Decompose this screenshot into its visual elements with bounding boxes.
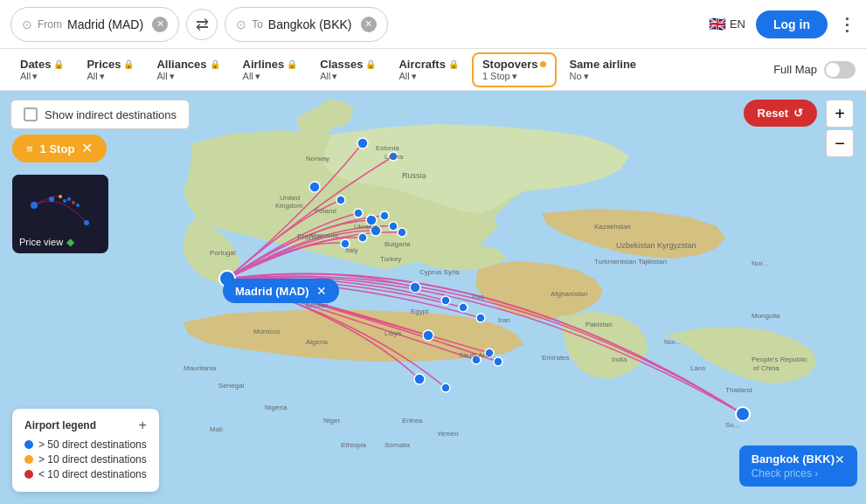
svg-text:Algeria: Algeria [306, 338, 328, 346]
from-clear-button[interactable]: ✕ [152, 17, 168, 32]
filter-alliances[interactable]: Alliances 🔒 All ▾ [147, 53, 229, 86]
legend-add-button[interactable]: + [138, 418, 146, 433]
filter-icon: ≡ [26, 142, 33, 155]
svg-text:People's Republic: People's Republic [752, 356, 807, 363]
header: ⊙ From Madrid (MAD) ✕ ⇄ ⊙ To Bangkok (BK… [0, 0, 866, 49]
svg-text:Iran: Iran [498, 316, 510, 324]
more-options-button[interactable]: ⋮ [838, 14, 856, 35]
svg-text:Norway: Norway [306, 155, 329, 162]
reset-button[interactable]: Reset ↺ [744, 100, 817, 127]
filter-classes[interactable]: Classes 🔒 All ▾ [310, 53, 385, 86]
airlines-chevron: ▾ [255, 71, 260, 82]
svg-point-11 [358, 233, 367, 242]
svg-text:of China: of China [753, 364, 779, 372]
svg-point-24 [736, 407, 750, 421]
stop-badge-close-button[interactable]: ✕ [81, 142, 93, 155]
to-clear-button[interactable]: ✕ [361, 17, 377, 32]
svg-point-23 [441, 383, 450, 392]
filter-prices[interactable]: Prices 🔒 All ▾ [77, 53, 143, 86]
full-map-toggle[interactable] [824, 61, 856, 79]
madrid-close-button[interactable]: ✕ [316, 284, 327, 298]
svg-point-3 [309, 182, 320, 192]
svg-text:Russia: Russia [402, 171, 426, 180]
filter-aircrafts[interactable]: Aircrafts 🔒 All ▾ [389, 53, 468, 86]
price-view-box[interactable]: Price view ◆ [12, 175, 108, 253]
svg-text:Somalia: Somalia [385, 441, 410, 449]
same-airline-chevron: ▾ [584, 71, 589, 82]
svg-text:India: India [612, 356, 627, 363]
indirect-destinations-checkbox[interactable]: Show indirect destinations [10, 100, 190, 129]
madrid-label-text: Madrid (MAD) [235, 285, 309, 298]
airlines-lock-icon: 🔒 [287, 59, 297, 69]
prices-sub: All [87, 71, 97, 81]
classes-lock-icon: 🔒 [365, 59, 376, 69]
svg-text:Poland: Poland [315, 207, 336, 215]
svg-text:Bulgaria: Bulgaria [385, 240, 411, 248]
indirect-label: Show indirect destinations [45, 108, 177, 121]
svg-text:United: United [280, 194, 300, 202]
svg-text:Niger: Niger [323, 417, 340, 425]
stopovers-active-dot [540, 61, 546, 67]
svg-point-8 [389, 222, 398, 231]
stop-badge[interactable]: ≡ 1 Stop ✕ [12, 135, 107, 162]
legend-dot-red [24, 470, 33, 479]
zoom-in-button[interactable]: + [826, 100, 854, 128]
svg-text:Italy: Italy [345, 246, 358, 254]
location-from-icon: ⊙ [22, 17, 32, 31]
classes-label: Classes [320, 58, 363, 71]
svg-text:Libya: Libya [385, 329, 402, 337]
prices-label: Prices [87, 58, 121, 71]
svg-point-80 [72, 201, 75, 204]
svg-text:Latvia: Latvia [385, 153, 404, 161]
svg-text:Nigeria: Nigeria [265, 404, 288, 411]
svg-rect-74 [12, 175, 108, 236]
svg-text:Kingdom: Kingdom [275, 202, 303, 210]
from-search-box[interactable]: ⊙ From Madrid (MAD) ✕ [10, 7, 179, 42]
dates-chevron: ▾ [32, 71, 38, 82]
bangkok-label-text: Bangkok (BKK) [752, 452, 835, 466]
filter-dates[interactable]: Dates 🔒 All ▾ [10, 53, 73, 86]
legend-item-blue: > 50 direct destinations [24, 438, 147, 451]
aircrafts-label: Aircrafts [398, 58, 445, 71]
aircrafts-chevron: ▾ [412, 71, 417, 82]
filter-same-airline[interactable]: Same airline No ▾ [560, 54, 645, 86]
airport-legend: Airport legend + > 50 direct destination… [12, 409, 159, 492]
price-view-label: Price view ◆ [19, 236, 74, 248]
filter-stopovers[interactable]: Stopovers 1 Stop ▾ [472, 52, 558, 87]
svg-text:Eritrea: Eritrea [402, 417, 423, 425]
bangkok-map-label[interactable]: ✕ Bangkok (BKK) Check prices › [739, 445, 857, 487]
filter-bar: Dates 🔒 All ▾ Prices 🔒 All ▾ Alliances 🔒… [0, 49, 866, 91]
flag-icon: 🇬🇧 [709, 16, 726, 32]
dates-sub: All [20, 71, 31, 81]
legend-dot-blue [24, 440, 33, 449]
login-button[interactable]: Log in [756, 10, 828, 38]
check-prices-button[interactable]: Check prices › [752, 467, 819, 480]
airlines-sub: All [243, 71, 253, 81]
madrid-map-label[interactable]: Madrid (MAD) ✕ [223, 279, 339, 303]
svg-text:Estonia: Estonia [376, 144, 399, 152]
svg-text:Senegal: Senegal [218, 382, 245, 390]
dates-label: Dates [20, 58, 51, 71]
from-label: From [38, 18, 62, 31]
svg-point-78 [63, 199, 66, 203]
svg-point-15 [441, 296, 450, 305]
swap-button[interactable]: ⇄ [186, 9, 218, 40]
reset-label: Reset [758, 107, 788, 120]
svg-text:Mali: Mali [210, 425, 223, 433]
svg-text:Morocco: Morocco [253, 328, 281, 335]
diamond-icon: ◆ [66, 236, 74, 248]
svg-point-17 [476, 314, 485, 322]
location-to-icon: ⊙ [236, 17, 246, 31]
language-button[interactable]: 🇬🇧 EN [709, 16, 745, 32]
alliances-lock-icon: 🔒 [210, 59, 220, 69]
legend-label-red: < 10 direct destinations [38, 468, 147, 480]
to-search-box[interactable]: ⊙ To Bangkok (BKK) ✕ [225, 7, 387, 42]
svg-text:Nor...: Nor... [752, 259, 768, 267]
bangkok-close-button[interactable]: ✕ [835, 452, 845, 466]
full-map-label: Full Map [773, 63, 817, 76]
svg-text:Nor...: Nor... [664, 338, 681, 346]
filter-airlines[interactable]: Airlines 🔒 All ▾ [233, 53, 308, 86]
svg-text:Cyprus Syria: Cyprus Syria [419, 268, 460, 276]
zoom-out-button[interactable]: − [826, 129, 854, 157]
svg-point-21 [494, 357, 502, 366]
